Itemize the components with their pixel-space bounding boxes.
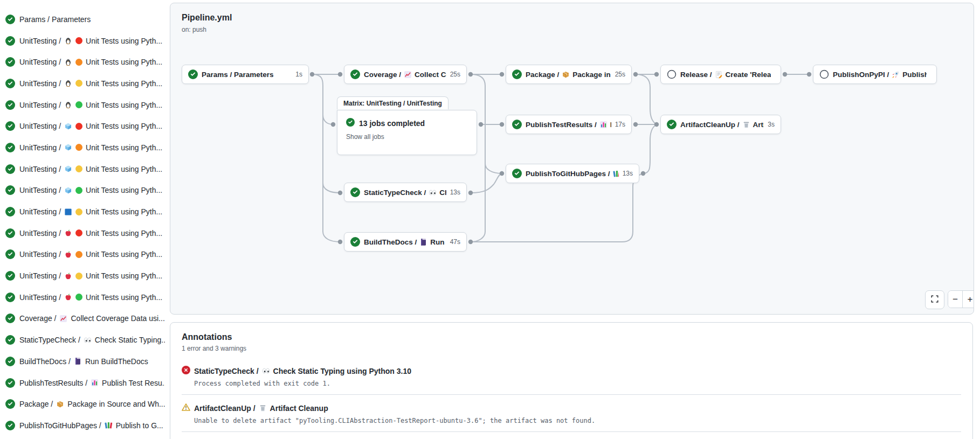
annotations-title: Annotations bbox=[182, 332, 961, 342]
sidebar-job-item[interactable]: BuildTheDocs / Run BuildTheDocs bbox=[0, 351, 165, 372]
job-node-publishtestresults[interactable]: PublishTestResults /Pu... 17s bbox=[506, 115, 632, 134]
warning-icon bbox=[182, 403, 190, 413]
sidebar-job-item[interactable]: UnitTesting / Unit Tests using Pyth... bbox=[0, 94, 165, 116]
sidebar-job-item[interactable]: UnitTesting / Unit Tests using Pyth... bbox=[0, 287, 165, 308]
error-icon bbox=[182, 366, 190, 376]
sidebar-job-item[interactable]: UnitTesting / Unit Tests using Pyth... bbox=[0, 201, 165, 222]
rocket-icon bbox=[892, 71, 900, 79]
sidebar-job-item[interactable]: UnitTesting / Unit Tests using Pyth... bbox=[0, 137, 165, 158]
success-check-icon bbox=[512, 169, 522, 178]
success-check-icon bbox=[5, 249, 15, 259]
success-check-icon bbox=[5, 271, 15, 281]
sidebar-job-item[interactable]: Coverage / Collect Coverage Data usi... bbox=[0, 308, 165, 330]
sidebar-job-item[interactable]: Params / Parameters bbox=[0, 9, 165, 30]
success-check-icon bbox=[346, 118, 355, 128]
zoom-out-button[interactable]: − bbox=[948, 291, 963, 308]
job-node-statictypecheck[interactable]: StaticTypeCheck /Chec... 13s bbox=[344, 183, 467, 202]
sidebar-job-label: Package / Package in Source and Wh... bbox=[19, 400, 165, 408]
success-check-icon bbox=[5, 57, 15, 67]
annotation-title[interactable]: StaticTypeCheck / Check Static Typing us… bbox=[194, 367, 411, 375]
package-icon bbox=[56, 400, 64, 408]
job-node-package[interactable]: Package /Package in So... 25s bbox=[506, 65, 632, 84]
sidebar-job-label: UnitTesting / Unit Tests using Pyth... bbox=[19, 186, 162, 194]
job-node-publishonpypi[interactable]: PublishOnPyPI /Publish to ... bbox=[813, 65, 937, 84]
annotations-summary: 1 error and 3 warnings bbox=[182, 345, 961, 352]
eyes-icon bbox=[262, 367, 270, 375]
sidebar-job-item[interactable]: UnitTesting / Unit Tests using Pyth... bbox=[0, 244, 165, 266]
chart-increasing-icon bbox=[59, 315, 67, 323]
job-node-params[interactable]: Params / Parameters 1s bbox=[182, 65, 309, 84]
sidebar-job-item[interactable]: UnitTesting / Unit Tests using Pyth... bbox=[0, 51, 165, 73]
success-check-icon bbox=[667, 120, 677, 129]
sidebar-job-label: UnitTesting / Unit Tests using Pyth... bbox=[19, 250, 162, 259]
books-icon bbox=[105, 421, 113, 429]
apple-icon bbox=[64, 229, 72, 237]
sidebar-job-item[interactable]: StaticTypeCheck / Check Static Typing... bbox=[0, 329, 165, 351]
sidebar-job-label: UnitTesting / Unit Tests using Pyth... bbox=[19, 122, 162, 130]
success-check-icon bbox=[5, 399, 15, 409]
success-check-icon bbox=[350, 237, 360, 247]
success-check-icon bbox=[5, 228, 15, 238]
orange-circle-icon bbox=[75, 59, 82, 66]
success-check-icon bbox=[5, 15, 15, 24]
job-duration: 3s bbox=[768, 121, 775, 128]
sidebar-job-item[interactable]: UnitTesting / Unit Tests using Pyth... bbox=[0, 265, 165, 287]
zoom-in-button[interactable]: + bbox=[963, 291, 974, 308]
success-check-icon bbox=[5, 143, 15, 152]
eyes-icon bbox=[84, 336, 92, 344]
zoom-control: − + bbox=[948, 290, 974, 308]
success-check-icon bbox=[5, 292, 15, 302]
success-check-icon bbox=[512, 120, 522, 129]
orange-circle-icon bbox=[75, 251, 82, 258]
sidebar-job-label: PublishTestResults / Publish Test Resu..… bbox=[19, 379, 165, 387]
fullscreen-icon bbox=[930, 295, 939, 305]
red-circle-icon bbox=[75, 123, 82, 130]
show-all-jobs-link[interactable]: Show all jobs bbox=[346, 133, 384, 141]
books-icon bbox=[613, 170, 619, 178]
sidebar-job-label: UnitTesting / Unit Tests using Pyth... bbox=[19, 293, 162, 302]
apple-icon bbox=[64, 272, 72, 280]
success-check-icon bbox=[5, 100, 15, 110]
apple-icon bbox=[64, 293, 72, 301]
sidebar-job-item[interactable]: UnitTesting / Unit Tests using Pyth... bbox=[0, 115, 165, 137]
sidebar-job-label: BuildTheDocs / Run BuildTheDocs bbox=[19, 357, 148, 366]
annotation-item: StaticTypeCheck / Check Static Typing us… bbox=[182, 358, 961, 395]
sidebar-job-item[interactable]: UnitTesting / Unit Tests using Pyth... bbox=[0, 158, 165, 180]
success-check-icon bbox=[5, 121, 15, 131]
sidebar-job-item[interactable]: UnitTesting / Unit Tests using Pyth... bbox=[0, 222, 165, 244]
job-node-release[interactable]: Release /Create 'Release P... bbox=[660, 65, 781, 84]
sidebar-job-item[interactable]: UnitTesting / Unit Tests using Pyth... bbox=[0, 30, 165, 52]
sidebar-job-item[interactable]: PublishToGitHubPages / Publish to G... bbox=[0, 415, 165, 436]
matrix-summary: 13 jobs completed bbox=[359, 119, 425, 128]
sidebar-job-item[interactable]: Package / Package in Source and Wh... bbox=[0, 393, 165, 415]
job-node-artifactcleanup[interactable]: ArtifactCleanUp /Artifac... 3s bbox=[660, 115, 781, 134]
sidebar-job-item[interactable]: PublishTestResults / Publish Test Resu..… bbox=[0, 372, 165, 394]
skipped-circle-icon bbox=[819, 69, 829, 79]
sidebar-job-label: UnitTesting / Unit Tests using Pyth... bbox=[19, 58, 162, 66]
book-icon bbox=[419, 238, 427, 246]
job-node-buildthedocs[interactable]: BuildTheDocs /Run Buil... 47s bbox=[344, 232, 467, 252]
memo-pencil-icon bbox=[715, 71, 723, 79]
success-check-icon bbox=[5, 335, 15, 345]
job-duration: 13s bbox=[450, 189, 460, 196]
job-duration: 25s bbox=[615, 71, 625, 78]
ice-cube-icon bbox=[64, 122, 72, 130]
job-node-coverage[interactable]: Coverage /Collect Cove... 25s bbox=[344, 65, 467, 84]
success-check-icon bbox=[5, 36, 15, 46]
fullscreen-button[interactable] bbox=[925, 290, 944, 309]
sidebar-job-item[interactable]: UnitTesting / Unit Tests using Pyth... bbox=[0, 73, 165, 94]
annotation-title[interactable]: ArtifactCleanUp / Artifact Cleanup bbox=[194, 404, 328, 413]
job-duration: 25s bbox=[450, 71, 460, 78]
sidebar-job-item[interactable]: UnitTesting / Unit Tests using Pyth... bbox=[0, 180, 165, 201]
green-circle-icon bbox=[75, 101, 82, 108]
sidebar-job-label: UnitTesting / Unit Tests using Pyth... bbox=[19, 207, 162, 216]
success-check-icon bbox=[350, 187, 360, 197]
sidebar-job-label: PublishToGitHubPages / Publish to G... bbox=[19, 421, 163, 430]
success-check-icon bbox=[5, 164, 15, 174]
penguin-icon bbox=[64, 101, 72, 109]
red-circle-icon bbox=[75, 229, 82, 236]
job-node-publishtogithubpages[interactable]: PublishToGitHubPages /... 13s bbox=[506, 164, 639, 183]
matrix-card[interactable]: 13 jobs completed Show all jobs bbox=[337, 110, 477, 155]
matrix-tab[interactable]: Matrix: UnitTesting / UnitTesting bbox=[337, 96, 448, 109]
success-check-icon bbox=[5, 207, 15, 217]
